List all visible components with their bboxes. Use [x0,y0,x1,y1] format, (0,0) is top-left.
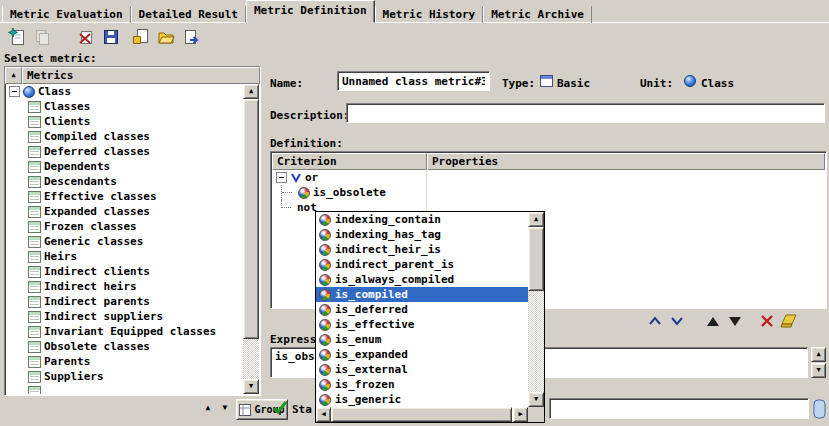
tree-item[interactable]: Suppliers [6,369,244,384]
tree-item[interactable]: Invariant Equipped classes [6,324,244,339]
shift-down-button[interactable] [725,312,745,330]
move-criterion-down-button[interactable] [667,312,687,330]
tab-metric-history[interactable]: Metric History [375,6,484,23]
tree-item[interactable]: Expanded classes [6,204,244,219]
tree-item[interactable]: Compiled classes [6,129,244,144]
scroll-down-button[interactable]: ▼ [528,392,544,407]
criterion-option[interactable]: is_frozen [316,377,528,392]
tree-connector [281,200,294,215]
collapse-icon[interactable] [276,172,287,183]
tab-metric-evaluation[interactable]: Metric Evaluation [2,6,131,23]
description-label: Description: [270,109,349,122]
move-metric-down-button[interactable]: ▼ [218,401,232,415]
dropdown-horizontal-scrollbar[interactable]: ◀ ▶ [316,407,528,422]
criterion-option[interactable]: indirect_parent_is [316,257,528,272]
tree-item-class[interactable]: Class [6,84,244,99]
tree-item[interactable]: Indirect clients [6,264,244,279]
or-operator-icon [290,172,302,183]
tree-item[interactable] [6,384,244,394]
tree-item[interactable]: Dependents [6,159,244,174]
tab-metric-archive[interactable]: Metric Archive [483,6,592,23]
definition-label: Definition: [270,137,343,150]
tree-connector [281,185,295,200]
tree-item[interactable]: Descendants [6,174,244,189]
metrics-scrollbar[interactable]: ▲ ▼ [243,84,259,394]
tree-item[interactable]: Deferred classes [6,144,244,159]
class-unit-icon [23,86,35,98]
scroll-left-button[interactable]: ◀ [316,407,331,422]
criterion-option[interactable]: is_external [316,362,528,377]
copy-metric-button[interactable] [31,26,53,48]
tree-item[interactable]: Clients [6,114,244,129]
tree-item[interactable]: Classes [6,99,244,114]
tree-item[interactable]: Effective classes [6,189,244,204]
tree-item[interactable]: Obsolete classes [6,339,244,354]
tree-item[interactable]: Frozen classes [6,219,244,234]
import-metric-button[interactable] [130,26,152,48]
new-metric-icon [8,28,26,46]
definition-row-label: not [297,201,317,214]
delete-metric-button[interactable] [75,26,97,48]
dropdown-vertical-scrollbar[interactable]: ▲ ▼ [528,212,544,407]
expression-scroll-up-button[interactable]: ▲ [811,347,826,362]
scroll-down-button[interactable]: ▼ [243,379,259,394]
definition-row-is-obsolete[interactable]: is_obsolete [272,185,825,200]
tree-item[interactable]: Indirect suppliers [6,309,244,324]
criterion-option[interactable]: is_compiled [316,287,528,302]
metrics-column-header[interactable]: Metrics [22,67,260,84]
collapse-icon[interactable] [9,86,20,97]
save-metric-button[interactable] [100,26,122,48]
criterion-option[interactable]: is_enum [316,332,528,347]
criterion-option[interactable]: is_deferred [316,302,528,317]
tree-item[interactable]: Heirs [6,249,244,264]
scroll-up-button[interactable]: ▲ [243,84,259,99]
definition-row-label: is_obsolete [313,186,386,199]
open-metric-icon [157,28,175,46]
tree-item[interactable]: Generic classes [6,234,244,249]
delete-criterion-button[interactable] [757,312,777,330]
definition-row-or[interactable]: or [272,170,825,185]
metric-icon [28,101,41,113]
criterion-option[interactable]: indexing_has_tag [316,227,528,242]
tab-metric-definition[interactable]: Metric Definition [246,0,375,23]
criterion-option[interactable]: indirect_heir_is [316,242,528,257]
clear-definition-button[interactable] [779,312,799,330]
column-header-criterion[interactable]: Criterion [272,153,427,170]
comment-button[interactable] [813,399,826,419]
shift-up-button[interactable] [703,312,723,330]
criterion-icon [319,289,331,301]
metric-name-input[interactable] [337,71,490,91]
new-metric-button[interactable] [6,26,28,48]
tree-item-label: Expanded classes [44,205,150,218]
scroll-right-button[interactable]: ▶ [513,407,528,422]
description-input[interactable] [346,103,825,123]
scrollbar-thumb[interactable] [243,99,259,339]
criterion-option[interactable]: is_always_compiled [316,272,528,287]
scroll-up-button[interactable]: ▲ [528,212,544,227]
move-metric-up-button[interactable]: ▲ [201,401,215,415]
save-metric-icon [102,28,120,46]
group-icon [239,404,251,416]
criterion-icon [319,349,331,361]
name-label: Name: [270,77,303,90]
tree-item[interactable]: Indirect heirs [6,279,244,294]
criterion-option[interactable]: is_generic [316,392,528,407]
criterion-option[interactable]: indexing_contain [316,212,528,227]
expression-scroll-down-button[interactable]: ▼ [811,363,826,378]
tree-item[interactable]: Indirect parents [6,294,244,309]
open-metric-button[interactable] [155,26,177,48]
scrollbar-thumb[interactable] [331,407,512,422]
criterion-option[interactable]: is_expanded [316,347,528,362]
unit-class-icon [684,75,696,87]
status-input[interactable] [549,398,809,419]
criterion-option[interactable]: is_effective [316,317,528,332]
expression-scrollbar[interactable]: ▲ ▼ [811,347,826,378]
export-metric-button[interactable] [180,26,202,48]
column-header-properties[interactable]: Properties [427,153,825,170]
sort-ascending-button[interactable]: ▲ [5,67,22,84]
tree-item[interactable]: Parents [6,354,244,369]
scrollbar-thumb[interactable] [528,227,544,291]
scroll-up-icon: ▲ [249,88,253,95]
tab-detailed-result[interactable]: Detailed Result [131,6,246,23]
move-criterion-up-button[interactable] [645,312,665,330]
